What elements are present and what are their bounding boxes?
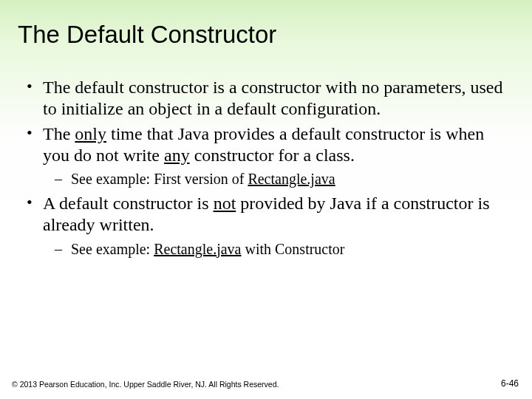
bullet-2-underline-any: any bbox=[164, 146, 190, 165]
sub-bullet-3-text-c: with Constructor bbox=[241, 241, 344, 257]
sub-bullet-2: See example: First version of Rectangle.… bbox=[49, 169, 511, 188]
sub-bullet-2-text: See example: First version of bbox=[71, 171, 248, 187]
slide-title: The Default Constructor bbox=[0, 0, 532, 55]
bullet-2-text-a: The bbox=[43, 124, 75, 143]
bullet-list: The default constructor is a constructor… bbox=[21, 77, 511, 259]
bullet-3-text-a: A default constructor is bbox=[43, 194, 214, 213]
bullet-1: The default constructor is a constructor… bbox=[21, 77, 511, 120]
sub-bullet-3-text-a: See example: bbox=[71, 241, 154, 257]
slide-body: The default constructor is a constructor… bbox=[0, 55, 532, 259]
footer-copyright: © 2013 Pearson Education, Inc. Upper Sad… bbox=[12, 380, 279, 389]
bullet-3: A default constructor is not provided by… bbox=[21, 193, 511, 259]
sub-list-2: See example: First version of Rectangle.… bbox=[43, 169, 511, 188]
sub-bullet-3-link: Rectangle.java bbox=[154, 241, 241, 257]
sub-bullet-3: See example: Rectangle.java with Constru… bbox=[49, 239, 511, 259]
sub-bullet-2-link: Rectangle.java bbox=[248, 171, 335, 187]
sub-list-3: See example: Rectangle.java with Constru… bbox=[43, 239, 511, 259]
bullet-2-underline-only: only bbox=[75, 124, 106, 143]
bullet-3-underline-not: not bbox=[214, 194, 236, 213]
bullet-2: The only time that Java provides a defau… bbox=[21, 123, 511, 189]
slide: The Default Constructor The default cons… bbox=[0, 0, 532, 399]
bullet-1-text: The default constructor is a constructor… bbox=[43, 78, 502, 118]
footer-page-number: 6-46 bbox=[501, 378, 519, 389]
bullet-2-text-e: constructor for a class. bbox=[190, 146, 355, 165]
